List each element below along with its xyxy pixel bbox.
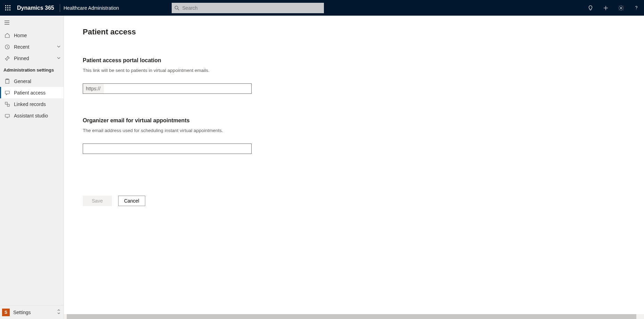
hamburger-icon xyxy=(4,20,10,25)
app-title: Healthcare Administration xyxy=(64,5,119,11)
section1-title: Patient access portal location xyxy=(83,57,377,64)
portal-url-input[interactable] xyxy=(104,84,251,93)
sidebar-item-label: Recent xyxy=(14,44,29,50)
global-search[interactable] xyxy=(172,3,324,13)
page-title: Patient access xyxy=(83,27,377,36)
sidebar-item-assistant-studio[interactable]: Assistant studio xyxy=(0,110,64,121)
app-launcher-button[interactable] xyxy=(0,0,16,16)
question-icon xyxy=(633,5,639,11)
svg-rect-23 xyxy=(5,102,7,104)
waffle-icon xyxy=(5,5,11,11)
lightbulb-icon xyxy=(587,5,594,11)
help-button[interactable] xyxy=(629,0,644,16)
pin-icon xyxy=(4,55,10,62)
svg-point-14 xyxy=(620,7,622,9)
sidebar-item-linked-records[interactable]: Linked records xyxy=(0,98,64,110)
horizontal-scrollbar[interactable] xyxy=(64,314,644,319)
svg-rect-2 xyxy=(9,5,10,6)
updown-icon xyxy=(57,309,61,316)
svg-rect-24 xyxy=(7,104,9,106)
sidebar-group-label: Administration settings xyxy=(0,64,64,75)
svg-rect-0 xyxy=(5,5,6,6)
records-icon xyxy=(4,101,10,107)
cancel-button[interactable]: Cancel xyxy=(118,196,145,206)
sidebar-toggle[interactable] xyxy=(0,16,64,30)
sidebar-item-pinned[interactable]: Pinned xyxy=(0,52,64,64)
organizer-email-field[interactable] xyxy=(83,144,252,154)
settings-button[interactable] xyxy=(613,0,629,16)
sidebar-item-home[interactable]: Home xyxy=(0,30,64,41)
svg-rect-25 xyxy=(5,114,9,117)
sidebar-item-label: General xyxy=(14,79,31,84)
save-button: Save xyxy=(83,196,112,206)
svg-rect-5 xyxy=(9,7,10,8)
sidebar-item-patient-access[interactable]: Patient access xyxy=(0,87,64,98)
area-label: Settings xyxy=(13,310,31,315)
sidebar-item-label: Home xyxy=(14,33,27,38)
section1-desc: This link will be sent to patients in vi… xyxy=(83,68,377,73)
search-icon xyxy=(172,6,182,10)
url-prefix-label: https:// xyxy=(83,84,104,93)
chat-icon xyxy=(4,90,10,96)
clock-icon xyxy=(4,44,10,50)
svg-point-9 xyxy=(175,6,178,9)
sidebar: Home Recent Pinned Administration settin… xyxy=(0,16,64,319)
organizer-email-input[interactable] xyxy=(83,144,251,154)
sidebar-item-label: Patient access xyxy=(14,90,46,96)
main-panel: Patient access Patient access portal loc… xyxy=(64,16,644,319)
portal-url-field[interactable]: https:// xyxy=(83,83,252,94)
clipboard-icon xyxy=(4,78,10,84)
svg-point-15 xyxy=(636,9,636,9)
svg-rect-4 xyxy=(7,7,8,8)
svg-rect-22 xyxy=(5,91,9,94)
sidebar-item-general[interactable]: General xyxy=(0,75,64,87)
svg-rect-3 xyxy=(5,7,6,8)
gear-icon xyxy=(618,5,624,11)
svg-rect-20 xyxy=(6,79,9,83)
header-divider xyxy=(60,4,60,12)
sidebar-item-label: Assistant studio xyxy=(14,113,48,118)
svg-rect-7 xyxy=(7,9,8,10)
section2-desc: The email address used for scheduling in… xyxy=(83,128,377,133)
svg-rect-8 xyxy=(9,9,10,10)
assistant-icon xyxy=(4,113,10,119)
home-icon xyxy=(4,32,10,39)
search-input[interactable] xyxy=(182,5,324,11)
lightbulb-button[interactable] xyxy=(583,0,598,16)
sidebar-area-switcher[interactable]: S Settings xyxy=(0,305,64,319)
plus-icon xyxy=(603,5,609,11)
svg-line-10 xyxy=(178,9,179,10)
sidebar-item-label: Linked records xyxy=(14,101,46,107)
chevron-down-icon xyxy=(57,56,61,61)
top-bar: Dynamics 365 Healthcare Administration xyxy=(0,0,644,16)
sidebar-item-label: Pinned xyxy=(14,56,29,61)
brand-label: Dynamics 365 xyxy=(16,5,58,11)
svg-rect-6 xyxy=(5,9,6,10)
add-button[interactable] xyxy=(598,0,613,16)
section2-title: Organizer email for virtual appointments xyxy=(83,117,377,124)
area-badge: S xyxy=(2,309,10,316)
svg-rect-1 xyxy=(7,5,8,6)
chevron-down-icon xyxy=(57,44,61,50)
sidebar-item-recent[interactable]: Recent xyxy=(0,41,64,52)
